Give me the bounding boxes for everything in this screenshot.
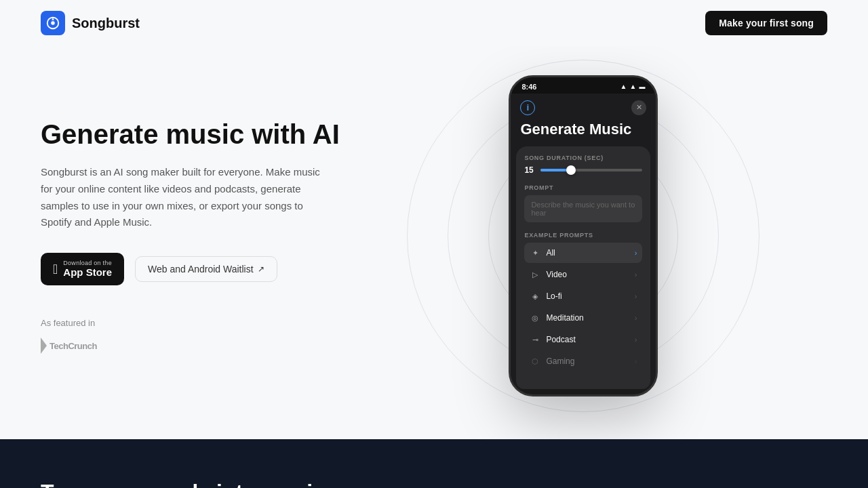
prompt-item-label-lofi: Lo-fi — [546, 291, 561, 301]
battery-icon: ▬ — [639, 83, 645, 90]
signal-icon: ▲ — [630, 83, 637, 90]
prompt-label: PROMPT — [524, 184, 642, 191]
prompt-item-left-gaming: ⬡ Gaming — [530, 356, 574, 367]
phone-info-button[interactable]: i — [520, 100, 535, 115]
phone-title-area: Generate Music — [511, 121, 656, 146]
slider-value: 15 — [524, 165, 535, 175]
prompt-item-label-video: Video — [546, 270, 566, 279]
chevron-right-icon-meditation: › — [635, 314, 637, 322]
wifi-icon: ▲ — [620, 83, 627, 90]
phone-status-icons: ▲ ▲ ▬ — [620, 83, 646, 90]
lofi-icon: ◈ — [530, 291, 540, 302]
chevron-right-icon-video: › — [635, 270, 637, 279]
phone-screen-title: Generate Music — [520, 121, 646, 138]
prompt-item-left-video: ▷ Video — [530, 269, 566, 280]
logo-text: Songburst — [72, 16, 140, 31]
logo-icon — [41, 11, 65, 35]
phone-mockup: 8:46 ▲ ▲ ▬ i ✕ Generate Music — [509, 75, 658, 396]
appstore-large-text: App Store — [63, 266, 112, 279]
external-link-icon: ↗ — [258, 264, 264, 274]
hero-left: Generate music with AI Songburst is an A… — [41, 118, 340, 354]
prompt-item-podcast[interactable]: ⊸ Podcast › — [524, 329, 642, 350]
hero-right: 8:46 ▲ ▲ ▬ i ✕ Generate Music — [340, 73, 827, 399]
waitlist-label: Web and Android Waitlist — [148, 264, 254, 274]
appstore-small-text: Download on the — [63, 260, 112, 266]
hero-title: Generate music with AI — [41, 118, 340, 150]
prompt-item-left-meditation: ◎ Meditation — [530, 312, 583, 323]
dark-section: Turn your words into music You have to h… — [0, 439, 868, 488]
phone-bottom-space — [516, 381, 650, 389]
prompt-input[interactable]: Describe the music you want to hear — [524, 195, 642, 222]
prompt-item-label-all: All — [546, 248, 555, 258]
make-first-song-button[interactable]: Make your first song — [705, 11, 827, 35]
dark-section-title: Turn your words into music — [41, 480, 827, 488]
chevron-right-icon-all: › — [635, 249, 637, 257]
duration-slider-row: 15 — [524, 165, 642, 175]
hero-description: Songburst is an AI song maker built for … — [41, 164, 326, 231]
phone-content-card: SONG DURATION (SEC) 15 PROMPT Describe t… — [516, 146, 650, 381]
prompt-item-meditation[interactable]: ◎ Meditation › — [524, 308, 642, 328]
prompt-item-label-meditation: Meditation — [546, 313, 583, 323]
waitlist-button[interactable]: Web and Android Waitlist ↗ — [135, 256, 277, 282]
techcrunch-logo: TechCrunch — [41, 338, 340, 354]
tc-chevron-icon — [41, 338, 47, 354]
phone-screen: i ✕ Generate Music SONG DURATION (SEC) 1… — [511, 94, 656, 389]
gaming-icon: ⬡ — [530, 356, 540, 367]
phone-status-bar: 8:46 ▲ ▲ ▬ — [511, 77, 656, 94]
prompt-item-label-podcast: Podcast — [546, 335, 575, 344]
svg-point-1 — [51, 21, 55, 25]
chevron-right-icon-lofi: › — [635, 292, 637, 300]
logo: Songburst — [41, 11, 140, 35]
chevron-right-icon-podcast: › — [635, 336, 637, 344]
phone-frame: 8:46 ▲ ▲ ▬ i ✕ Generate Music — [509, 75, 658, 396]
hero-section: Generate music with AI Songburst is an A… — [0, 46, 868, 439]
chevron-right-icon-gaming: › — [635, 357, 637, 365]
phone-close-button[interactable]: ✕ — [631, 100, 646, 115]
prompt-item-left-lofi: ◈ Lo-fi — [530, 291, 561, 302]
prompt-item-label-gaming: Gaming — [546, 357, 574, 366]
phone-time: 8:46 — [521, 83, 536, 91]
example-prompts-label: EXAMPLE PROMPTS — [524, 232, 642, 239]
all-icon: ✦ — [530, 247, 540, 258]
prompt-item-left: ✦ All — [530, 247, 555, 258]
prompt-item-lofi[interactable]: ◈ Lo-fi › — [524, 286, 642, 306]
apple-icon:  — [53, 262, 58, 277]
prompt-item-all[interactable]: ✦ All › — [524, 243, 642, 263]
phone-screen-header: i ✕ — [511, 94, 656, 121]
slider-thumb — [566, 165, 576, 175]
techcrunch-name: TechCrunch — [50, 341, 97, 351]
prompt-item-gaming[interactable]: ⬡ Gaming › — [524, 351, 642, 371]
appstore-text: Download on the App Store — [63, 260, 112, 279]
appstore-button[interactable]:  Download on the App Store — [41, 253, 124, 285]
navbar: Songburst Make your first song — [0, 0, 868, 46]
meditation-icon: ◎ — [530, 312, 540, 323]
prompt-items-list: ✦ All › ▷ Video › — [524, 243, 642, 371]
duration-label: SONG DURATION (SEC) — [524, 155, 642, 161]
as-featured-label: As featured in — [41, 318, 340, 328]
prompt-item-left-podcast: ⊸ Podcast — [530, 334, 575, 345]
hero-buttons:  Download on the App Store Web and Andr… — [41, 253, 340, 285]
video-icon: ▷ — [530, 269, 540, 280]
podcast-icon: ⊸ — [530, 334, 540, 345]
prompt-item-video[interactable]: ▷ Video › — [524, 264, 642, 285]
duration-slider[interactable] — [540, 169, 642, 171]
